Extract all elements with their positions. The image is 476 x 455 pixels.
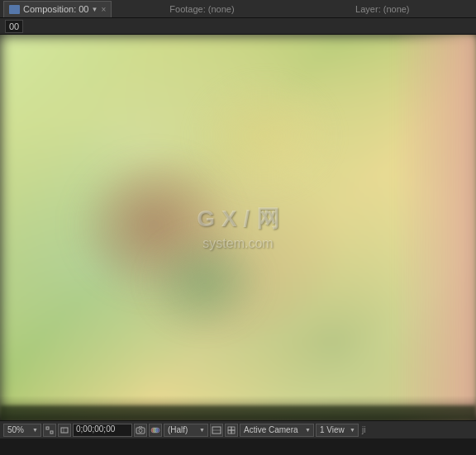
canvas-area: G X / 网 system.com: [0, 35, 476, 420]
camera-icon: [136, 426, 145, 434]
resolution-button[interactable]: [58, 424, 71, 437]
fit-icon: [45, 426, 54, 434]
timecode-display[interactable]: 00: [5, 20, 23, 33]
fit-frame-button[interactable]: [43, 424, 56, 437]
layer-label-section: Layer: (none): [293, 4, 473, 14]
zoom-dropdown[interactable]: 50%: [3, 424, 41, 437]
svg-point-8: [155, 428, 159, 433]
footage-label-section: Footage: (none): [112, 4, 292, 14]
svg-rect-12: [231, 427, 235, 430]
fast-preview-icon: [212, 426, 221, 434]
zoom-value: 50%: [7, 425, 24, 434]
extra-label: ji: [362, 425, 365, 434]
svg-rect-0: [46, 427, 49, 429]
svg-rect-14: [231, 430, 235, 434]
title-bar: Composition: 00 ▼ × Footage: (none) Laye…: [0, 0, 476, 18]
person-layer: [393, 35, 476, 420]
composition-icon: [9, 5, 20, 14]
color-blob-green: [143, 228, 267, 335]
quality-value: (Half): [168, 425, 188, 434]
views-label: 1 View: [320, 425, 345, 434]
color-blob-yellow: [190, 73, 339, 197]
camera-snapshot-button[interactable]: [134, 424, 147, 437]
bottom-toolbar: 50% 0;00;00;00 (Half): [0, 420, 476, 438]
color-icon: [150, 426, 160, 434]
svg-rect-1: [50, 431, 53, 434]
composition-tab[interactable]: Composition: 00 ▼ ×: [3, 1, 112, 17]
svg-rect-2: [61, 428, 68, 433]
svg-rect-13: [228, 430, 231, 434]
composition-tab-label: Composition: 00: [23, 4, 89, 14]
grid-icon: [227, 426, 236, 434]
grid-button[interactable]: [225, 424, 238, 437]
fast-preview-button[interactable]: [210, 424, 223, 437]
footage-label: Footage: (none): [169, 4, 234, 14]
close-icon[interactable]: ×: [101, 5, 106, 14]
active-camera-label: Active Camera: [244, 425, 298, 434]
timecode-input[interactable]: 0;00;00;00: [73, 424, 132, 437]
svg-rect-4: [136, 428, 145, 434]
timecode-bar: 00: [0, 18, 476, 35]
views-dropdown[interactable]: 1 View: [316, 424, 359, 437]
bottom-dark-strip: [0, 405, 476, 420]
color-correction-button[interactable]: [149, 424, 162, 437]
timecode-value: 0;00;00;00: [76, 424, 115, 434]
svg-point-5: [139, 429, 142, 432]
active-camera-dropdown[interactable]: Active Camera: [240, 424, 314, 437]
layer-label: Layer: (none): [355, 4, 409, 14]
svg-rect-11: [228, 427, 231, 430]
resolution-icon: [60, 426, 69, 434]
composition-dropdown-icon[interactable]: ▼: [92, 6, 98, 13]
quality-dropdown[interactable]: (Half): [164, 424, 208, 437]
